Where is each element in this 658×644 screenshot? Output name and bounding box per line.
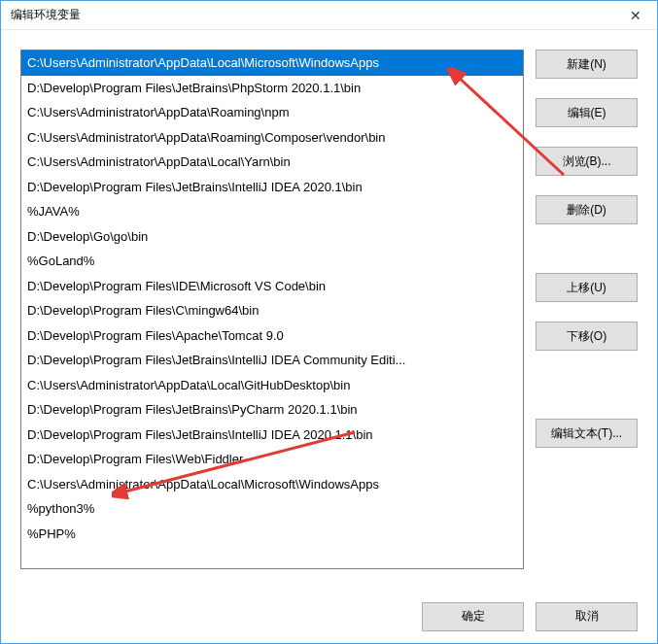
dialog-title: 编辑环境变量	[11, 7, 81, 23]
list-item[interactable]: D:\Develop\Program Files\JetBrains\PyCha…	[21, 397, 523, 423]
list-item[interactable]: C:\Users\Administrator\AppData\Local\Yar…	[21, 150, 523, 175]
content-area: C:\Users\Administrator\AppData\Local\Mic…	[1, 30, 657, 590]
list-item[interactable]: D:\Develop\Program Files\JetBrains\Intel…	[21, 348, 523, 373]
titlebar: 编辑环境变量 ✕	[1, 1, 657, 30]
list-item[interactable]: %PHP%	[21, 522, 523, 547]
cancel-button[interactable]: 取消	[536, 602, 638, 631]
move-up-button[interactable]: 上移(U)	[536, 273, 638, 302]
list-item[interactable]: C:\Users\Administrator\AppData\Roaming\n…	[21, 100, 523, 125]
close-icon: ✕	[630, 8, 641, 23]
edit-text-button[interactable]: 编辑文本(T)...	[536, 419, 638, 448]
dialog-footer: 确定 取消	[1, 590, 657, 643]
button-column: 新建(N) 编辑(E) 浏览(B)... 删除(D) 上移(U) 下移(O) 编…	[536, 50, 638, 575]
delete-button[interactable]: 删除(D)	[536, 195, 638, 224]
ok-button[interactable]: 确定	[422, 602, 524, 631]
browse-button[interactable]: 浏览(B)...	[536, 147, 638, 176]
list-item[interactable]: D:\Develop\Program Files\Apache\Tomcat 9…	[21, 323, 523, 349]
list-item[interactable]: D:\Develop\Program Files\JetBrains\PhpSt…	[21, 76, 523, 101]
path-listbox[interactable]: C:\Users\Administrator\AppData\Local\Mic…	[20, 50, 524, 569]
list-item[interactable]: C:\Users\Administrator\AppData\Local\Mic…	[21, 51, 523, 76]
list-item[interactable]: D:\Develop\Program Files\JetBrains\Intel…	[21, 423, 523, 448]
list-item[interactable]: D:\Develop\Program Files\Web\Fiddler	[21, 447, 523, 472]
list-item[interactable]: C:\Users\Administrator\AppData\Local\Git…	[21, 373, 523, 398]
list-item[interactable]: D:\Develop\Program Files\C\mingw64\bin	[21, 298, 523, 323]
dialog-window: 编辑环境变量 ✕ C:\Users\Administrator\AppData\…	[0, 0, 658, 644]
list-item[interactable]: %python3%	[21, 496, 523, 522]
list-item[interactable]: %GoLand%	[21, 249, 523, 274]
edit-button[interactable]: 编辑(E)	[536, 98, 638, 127]
list-item[interactable]: D:\Develop\Go\go\bin	[21, 224, 523, 250]
new-button[interactable]: 新建(N)	[536, 50, 638, 79]
list-item[interactable]: D:\Develop\Program Files\IDE\Microsoft V…	[21, 274, 523, 299]
close-button[interactable]: ✕	[613, 1, 657, 30]
move-down-button[interactable]: 下移(O)	[536, 322, 638, 351]
list-item[interactable]: C:\Users\Administrator\AppData\Local\Mic…	[21, 472, 523, 497]
list-item[interactable]: %JAVA%	[21, 199, 523, 224]
list-item[interactable]: C:\Users\Administrator\AppData\Roaming\C…	[21, 125, 523, 151]
list-item[interactable]: D:\Develop\Program Files\JetBrains\Intel…	[21, 175, 523, 200]
